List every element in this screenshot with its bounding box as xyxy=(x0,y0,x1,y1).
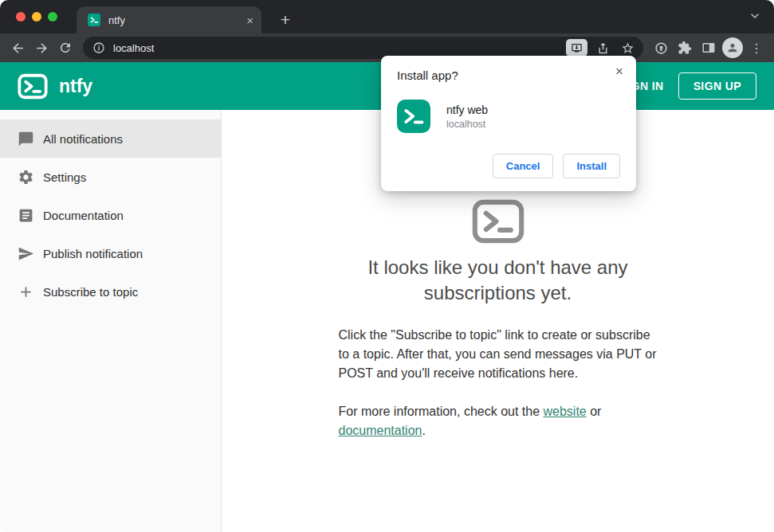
tab-title: ntfy xyxy=(108,14,246,26)
chat-bubble-icon xyxy=(16,129,35,148)
install-dialog-title: Install app? xyxy=(397,68,620,82)
window-controls xyxy=(16,12,57,22)
sidebar-item-all-notifications[interactable]: All notifications xyxy=(0,119,221,158)
more-info-text: or xyxy=(587,405,602,418)
browser-menu-kebab-icon[interactable]: ⋮ xyxy=(745,37,768,59)
install-app-icon[interactable] xyxy=(566,39,587,57)
back-button[interactable] xyxy=(6,37,29,59)
empty-state: It looks like you don't have any subscri… xyxy=(339,199,658,440)
tab-favicon-ntfy-icon xyxy=(88,14,100,26)
sidebar-item-documentation[interactable]: Documentation xyxy=(0,196,221,234)
gear-icon xyxy=(16,167,35,186)
close-window-button[interactable] xyxy=(16,12,26,22)
sidebar-item-subscribe-to-topic[interactable]: Subscribe to topic xyxy=(0,272,221,311)
empty-state-more-info: For more information, check out the webs… xyxy=(339,402,658,440)
new-tab-button[interactable]: + xyxy=(274,9,297,31)
sidebar-item-label: Subscribe to topic xyxy=(43,285,138,299)
send-icon xyxy=(16,244,35,263)
cancel-button[interactable]: Cancel xyxy=(493,154,554,178)
sidebar: All notifications Settings Documentation… xyxy=(0,110,222,532)
profile-avatar[interactable] xyxy=(721,37,744,59)
more-info-text: . xyxy=(422,424,425,437)
install-app-dialog: Install app? × ntfy web localhost Cancel… xyxy=(381,56,636,191)
more-info-text: For more information, check out the xyxy=(339,405,544,418)
sidebar-item-label: Settings xyxy=(43,170,86,184)
empty-state-paragraph: Click the "Subscribe to topic" link to c… xyxy=(339,326,658,383)
sidebar-item-publish-notification[interactable]: Publish notification xyxy=(0,234,221,272)
sidebar-item-label: Publish notification xyxy=(43,247,143,260)
sidebar-item-settings[interactable]: Settings xyxy=(0,158,221,196)
browser-window: ntfy × + localhost xyxy=(0,0,774,532)
install-app-name: ntfy web xyxy=(446,104,488,116)
tab-search-chevron-icon[interactable] xyxy=(748,10,761,22)
url-text: localhost xyxy=(113,42,566,54)
reload-button[interactable] xyxy=(54,37,77,59)
empty-state-heading: It looks like you don't have any subscri… xyxy=(339,255,658,307)
extensions-puzzle-icon[interactable] xyxy=(674,37,696,59)
plus-icon xyxy=(16,282,35,301)
app-title: ntfy xyxy=(59,76,92,97)
ntfy-terminal-icon xyxy=(339,199,658,247)
browser-tab[interactable]: ntfy × xyxy=(77,6,261,33)
titlebar: ntfy × + xyxy=(0,0,774,33)
ntfy-logo-icon xyxy=(18,73,48,100)
tab-close-icon[interactable]: × xyxy=(246,14,253,26)
sidebar-item-label: All notifications xyxy=(43,132,123,146)
side-panel-icon[interactable] xyxy=(697,37,720,59)
sidebar-item-label: Documentation xyxy=(43,209,124,222)
website-link[interactable]: website xyxy=(544,405,587,418)
bookmark-star-icon[interactable] xyxy=(618,38,637,57)
share-icon[interactable] xyxy=(593,38,612,57)
forward-button[interactable] xyxy=(30,37,53,59)
install-app-origin: localhost xyxy=(446,119,488,130)
avatar-person-icon xyxy=(722,37,743,58)
zoom-window-button[interactable] xyxy=(48,12,57,22)
password-extension-icon[interactable] xyxy=(650,37,672,59)
dialog-close-icon[interactable]: × xyxy=(615,65,623,78)
minimize-window-button[interactable] xyxy=(32,12,41,22)
sign-up-button[interactable]: SIGN UP xyxy=(678,72,756,100)
install-button[interactable]: Install xyxy=(563,154,620,178)
install-app-ntfy-icon xyxy=(397,100,430,133)
book-icon xyxy=(16,205,35,225)
site-info-icon[interactable] xyxy=(91,40,107,56)
documentation-link[interactable]: documentation xyxy=(339,424,422,437)
